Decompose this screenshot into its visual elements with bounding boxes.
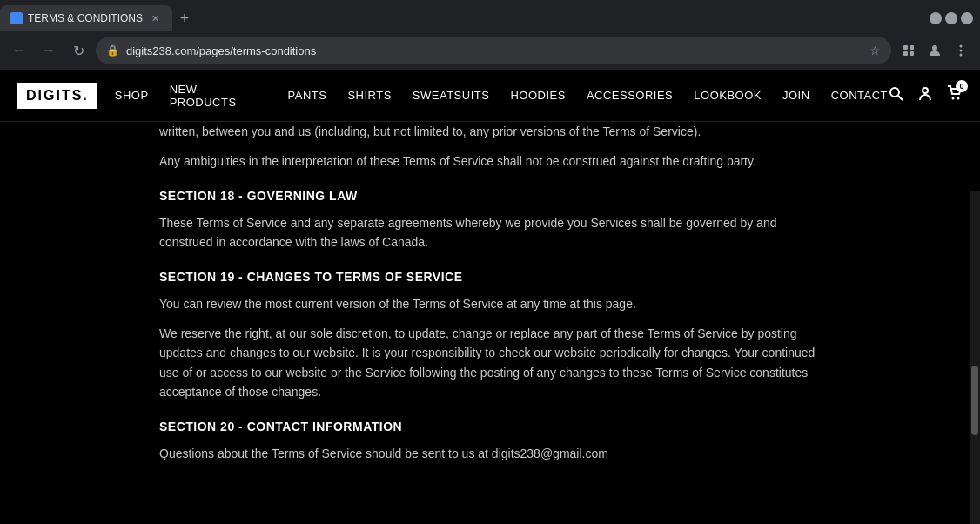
svg-rect-1 [903, 45, 908, 50]
intro-paragraph: written, between you and us (including, … [159, 122, 821, 141]
svg-point-13 [957, 97, 960, 100]
tab-bar: TERMS & CONDITIONS ✕ + [0, 0, 980, 31]
browser-chrome: TERMS & CONDITIONS ✕ + ← → ↻ 🔒 digits238… [0, 0, 980, 70]
nav-hoodies[interactable]: HOODIES [510, 89, 565, 102]
forward-button[interactable]: → [37, 38, 61, 63]
tab-title: TERMS & CONDITIONS [28, 12, 143, 24]
toolbar-icons [896, 38, 973, 63]
logo-text: DIGITS. [17, 83, 97, 109]
star-icon[interactable]: ☆ [869, 44, 881, 57]
reload-button[interactable]: ↻ [66, 38, 91, 63]
window-controls [930, 12, 980, 24]
svg-point-12 [952, 97, 955, 100]
lock-icon: 🔒 [106, 44, 119, 57]
active-tab[interactable]: TERMS & CONDITIONS ✕ [0, 5, 172, 31]
menu-button[interactable] [949, 38, 973, 63]
nav-shop[interactable]: SHOP [115, 89, 149, 102]
tab-favicon [10, 12, 23, 24]
nav-accessories[interactable]: ACCESSORIES [587, 89, 673, 102]
nav-pants[interactable]: PANTS [288, 89, 327, 102]
svg-point-6 [960, 45, 963, 48]
logo[interactable]: DIGITS. [17, 83, 97, 109]
svg-rect-3 [903, 51, 908, 56]
profile-button[interactable] [923, 38, 947, 63]
svg-rect-0 [12, 14, 21, 23]
nav-shirts[interactable]: SHIRTS [347, 89, 391, 102]
url-text: digits238.com/pages/terms-conditions [126, 44, 316, 57]
scrollbar[interactable] [970, 191, 980, 524]
section19-paragraph2: We reserve the right, at our sole discre… [159, 324, 821, 402]
nav-icons: 0 [888, 85, 963, 105]
nav-links: SHOP NEW PRODUCTS PANTS SHIRTS SWEATSUIT… [115, 83, 888, 109]
svg-line-10 [898, 96, 903, 100]
svg-point-11 [923, 88, 928, 93]
ambiguities-paragraph: Any ambiguities in the interpretation of… [159, 151, 821, 171]
nav-contact[interactable]: CONTACT [831, 89, 888, 102]
svg-point-8 [960, 54, 963, 57]
section18-paragraph: These Terms of Service and any separate … [159, 213, 821, 252]
svg-rect-2 [910, 45, 914, 50]
extensions-button[interactable] [896, 38, 921, 63]
address-bar-row: ← → ↻ 🔒 digits238.com/pages/terms-condit… [0, 31, 980, 70]
nav-join[interactable]: JOIN [782, 89, 810, 102]
section18-heading: SECTION 18 - GOVERNING LAW [159, 189, 821, 203]
search-icon[interactable] [888, 85, 903, 105]
svg-point-9 [890, 88, 899, 97]
svg-point-7 [960, 50, 963, 52]
restore-button[interactable] [945, 12, 957, 24]
page-content: written, between you and us (including, … [142, 122, 838, 524]
address-bar[interactable]: 🔒 digits238.com/pages/terms-conditions ☆ [96, 37, 891, 64]
scrollbar-thumb[interactable] [971, 366, 978, 435]
section20-heading: SECTION 20 - CONTACT INFORMATION [159, 420, 821, 433]
tab-close-button[interactable]: ✕ [148, 11, 162, 25]
cart-icon[interactable]: 0 [947, 85, 963, 105]
section20-paragraph: Questions about the Terms of Service sho… [159, 444, 821, 463]
new-tab-button[interactable]: + [172, 6, 197, 30]
svg-point-5 [932, 45, 937, 50]
nav-sweatsuits[interactable]: SWEATSUITS [413, 89, 490, 102]
cart-badge: 0 [956, 80, 968, 92]
minimize-button[interactable] [930, 12, 942, 24]
nav-new-products[interactable]: NEW PRODUCTS [170, 83, 267, 109]
website: DIGITS. SHOP NEW PRODUCTS PANTS SHIRTS S… [0, 70, 980, 524]
account-icon[interactable] [917, 85, 933, 105]
section19-heading: SECTION 19 - CHANGES TO TERMS OF SERVICE [159, 270, 821, 284]
back-button[interactable]: ← [7, 38, 31, 63]
svg-rect-4 [910, 51, 914, 56]
address-icons: ☆ [869, 44, 881, 57]
close-button[interactable] [961, 12, 973, 24]
navigation-bar: DIGITS. SHOP NEW PRODUCTS PANTS SHIRTS S… [0, 70, 980, 122]
section19-paragraph1: You can review the most current version … [159, 294, 821, 313]
nav-lookbook[interactable]: LOOKBOOK [694, 89, 762, 102]
